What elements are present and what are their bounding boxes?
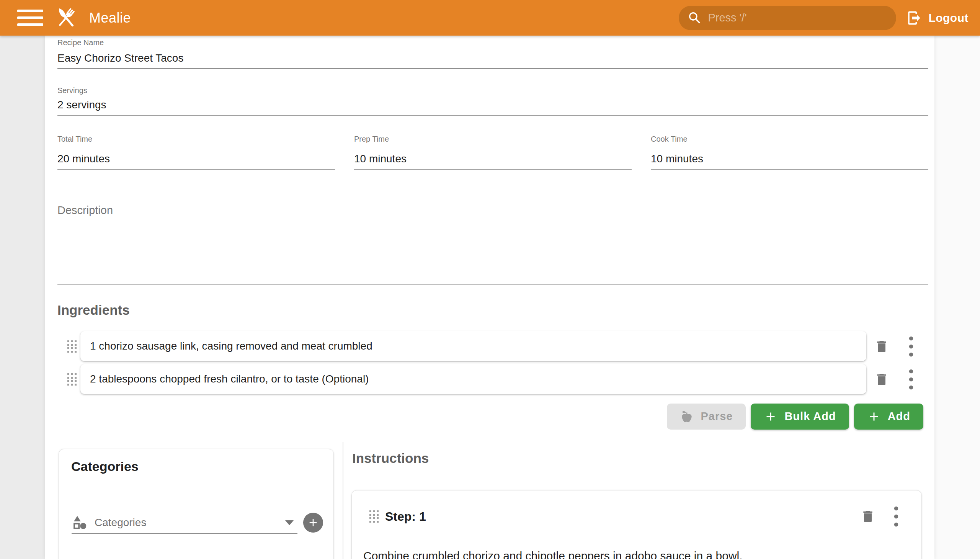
app-title: Mealie <box>89 10 131 26</box>
shapes-category-icon <box>71 514 88 531</box>
bulk-add-label: Bulk Add <box>784 410 836 423</box>
logout-label: Logout <box>928 12 968 25</box>
ingredient-input[interactable]: 1 chorizo sausage link, casing removed a… <box>80 331 866 361</box>
instruction-step-card: Step: 1 Combine crumbled chorizo and chi… <box>351 490 922 559</box>
cook-time-field[interactable]: Cook Time 10 minutes <box>651 135 928 170</box>
mealie-logo-icon <box>52 4 80 32</box>
mealie-recipe-editor: Mealie Logout Recipe Name Easy Chorizo S… <box>0 0 980 559</box>
logout-icon <box>906 10 922 26</box>
drag-handle-icon[interactable] <box>67 373 77 386</box>
description-label: Description <box>58 204 113 217</box>
ingredients-heading: Ingredients <box>58 303 130 318</box>
step-menu-button[interactable] <box>888 506 905 526</box>
plus-icon <box>764 410 777 423</box>
recipe-form-sheet: Recipe Name Easy Chorizo Street Tacos Se… <box>45 36 934 559</box>
parse-label: Parse <box>701 410 733 423</box>
categories-select[interactable]: Categories <box>71 512 297 534</box>
apple-icon <box>680 410 694 423</box>
ingredient-row: 2 tablespoons chopped fresh cilantro, or… <box>45 364 934 395</box>
recipe-name-label: Recipe Name <box>58 38 104 47</box>
ingredient-input[interactable]: 2 tablespoons chopped fresh cilantro, or… <box>80 364 866 394</box>
ingredient-actions: Parse Bulk Add Add <box>58 403 923 430</box>
delete-ingredient-button[interactable] <box>873 369 890 389</box>
cook-time-value[interactable]: 10 minutes <box>651 153 703 165</box>
card-divider <box>64 486 328 486</box>
column-divider <box>343 442 344 559</box>
add-label: Add <box>888 410 910 423</box>
plus-icon <box>867 410 881 423</box>
kebab-menu-icon <box>894 506 899 527</box>
ingredient-menu-button[interactable] <box>903 337 919 356</box>
total-time-label: Total Time <box>58 135 92 144</box>
trash-icon <box>874 339 889 354</box>
servings-value[interactable]: 2 servings <box>58 99 106 111</box>
ingredient-menu-button[interactable] <box>903 369 919 389</box>
search-bar[interactable] <box>679 6 896 30</box>
categories-title: Categories <box>71 459 139 474</box>
ingredient-text[interactable]: 1 chorizo sausage link, casing removed a… <box>90 340 372 352</box>
cook-time-label: Cook Time <box>651 135 687 144</box>
servings-label: Servings <box>58 86 87 95</box>
total-time-value[interactable]: 20 minutes <box>58 153 110 165</box>
servings-field[interactable]: Servings 2 servings <box>58 86 928 116</box>
recipe-name-field[interactable]: Recipe Name Easy Chorizo Street Tacos <box>58 38 928 69</box>
recipe-name-value[interactable]: Easy Chorizo Street Tacos <box>58 52 183 64</box>
categories-select-label: Categories <box>94 516 285 529</box>
search-icon <box>687 10 702 26</box>
trash-icon <box>860 509 876 524</box>
parse-button[interactable]: Parse <box>667 404 746 430</box>
menu-icon[interactable] <box>17 9 43 27</box>
prep-time-label: Prep Time <box>354 135 389 144</box>
page-gutter-left <box>0 36 45 559</box>
trash-icon <box>874 372 889 387</box>
add-category-button[interactable] <box>303 513 323 533</box>
search-input[interactable] <box>708 12 888 24</box>
kebab-menu-icon <box>909 369 913 390</box>
page-gutter-right <box>934 36 980 559</box>
ingredient-text[interactable]: 2 tablespoons chopped fresh cilantro, or… <box>90 373 369 385</box>
drag-handle-icon[interactable] <box>67 340 77 353</box>
delete-ingredient-button[interactable] <box>873 337 890 356</box>
prep-time-value[interactable]: 10 minutes <box>354 153 407 165</box>
step-header: Step: 1 <box>352 504 921 529</box>
chevron-down-icon[interactable] <box>285 520 294 525</box>
drag-handle-icon[interactable] <box>369 510 379 523</box>
step-text[interactable]: Combine crumbled chorizo and chipotle pe… <box>363 547 907 559</box>
bulk-add-button[interactable]: Bulk Add <box>751 404 849 430</box>
prep-time-field[interactable]: Prep Time 10 minutes <box>354 135 631 170</box>
description-field[interactable]: Description <box>58 197 928 285</box>
delete-step-button[interactable] <box>859 506 876 526</box>
app-bar: Mealie Logout <box>0 0 980 36</box>
total-time-field[interactable]: Total Time 20 minutes <box>58 135 335 170</box>
step-title: Step: 1 <box>385 509 426 524</box>
add-button[interactable]: Add <box>854 404 923 430</box>
plus-circle-icon <box>307 516 319 529</box>
categories-card: Categories Categories <box>59 449 334 559</box>
ingredient-row: 1 chorizo sausage link, casing removed a… <box>45 331 934 362</box>
logout-button[interactable]: Logout <box>906 10 968 26</box>
instructions-heading: Instructions <box>352 451 429 466</box>
kebab-menu-icon <box>909 336 913 357</box>
